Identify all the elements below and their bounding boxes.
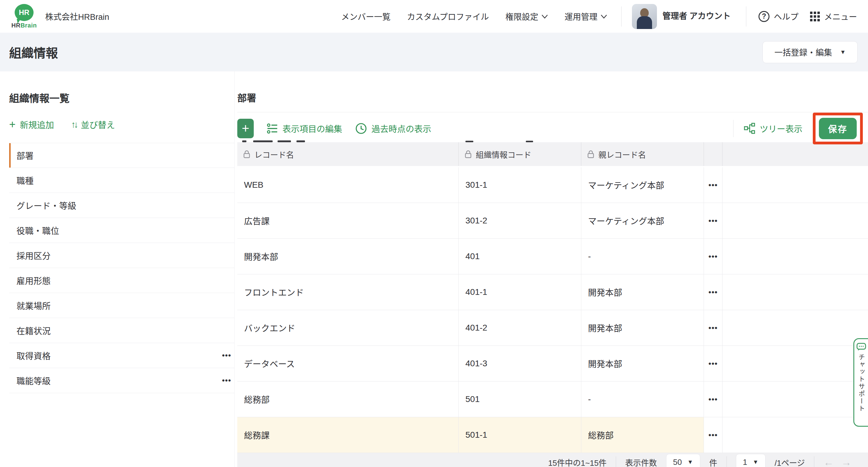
table-row[interactable]: フロントエンド 401-1 開発本部 •••	[237, 274, 868, 310]
tree-view-icon	[744, 123, 755, 134]
grid-menu-icon	[810, 11, 820, 21]
account-menu[interactable]: 管理者 アカウント	[632, 4, 736, 29]
table-row[interactable]: 総務部 501 - •••	[237, 382, 868, 417]
sidebar-list: 部署 職種 グレード・等級 役職・職位 採用区分 雇用形態 就業場所 在籍状況 …	[9, 143, 234, 393]
unit-label: 件	[709, 457, 717, 467]
main-panel: 部署 + 表示項目の編集	[235, 71, 868, 467]
header-divider	[746, 6, 746, 27]
records-table: レコード名 組織情報コード 親レコード名	[237, 140, 868, 453]
sidebar-item-grade[interactable]: グレード・等級	[9, 193, 234, 218]
prev-page-button[interactable]: ←	[824, 456, 834, 467]
past-view-button[interactable]: 過去時点の表示	[355, 122, 431, 135]
cell-org-code: 301-2	[459, 203, 581, 238]
save-button[interactable]: 保存	[819, 118, 857, 139]
row-more-options-icon[interactable]: •••	[709, 395, 718, 404]
cell-parent-record: 開発本部	[581, 274, 704, 310]
plus-icon: +	[242, 122, 249, 135]
bulk-register-edit-button[interactable]: 一括登録・編集 ▼	[763, 41, 858, 63]
table-row[interactable]: バックエンド 401-2 開発本部 •••	[237, 310, 868, 346]
record-range: 15件中の1~15件	[548, 457, 606, 467]
help-button[interactable]: ? ヘルプ	[758, 10, 799, 22]
help-icon: ?	[758, 11, 770, 22]
menu-button[interactable]: メニュー	[810, 10, 857, 22]
add-record-button[interactable]: +	[237, 119, 254, 138]
next-page-button[interactable]: →	[841, 456, 851, 467]
column-header-parent-record: 親レコード名	[581, 142, 704, 166]
row-more-options-icon[interactable]: •••	[709, 359, 718, 369]
toolbar-divider	[733, 120, 734, 137]
sidebar-item-shokushu[interactable]: 職種	[9, 168, 234, 193]
chat-support-tab[interactable]: チャットサポート	[854, 338, 868, 427]
sidebar-item-koyou[interactable]: 雇用形態	[9, 268, 234, 293]
page-select[interactable]: 1 ▼	[736, 454, 766, 467]
tree-view-button[interactable]: ツリー表示	[744, 122, 802, 135]
sidebar-item-shutoku[interactable]: 取得資格 •••	[9, 343, 234, 368]
sidebar-item-shokunou[interactable]: 職能等級 •••	[9, 368, 234, 393]
footer-divider	[814, 456, 814, 467]
hrbrain-logo-icon: HR	[14, 4, 34, 21]
cell-org-code: 301-1	[459, 167, 581, 203]
cell-org-code: 401-1	[459, 274, 581, 310]
row-more-options-icon[interactable]: •••	[709, 252, 718, 261]
nav-custom-profile[interactable]: カスタムプロファイル	[407, 10, 489, 22]
row-more-options-icon[interactable]: •••	[709, 216, 718, 226]
cell-parent-record: 開発本部	[581, 310, 704, 346]
column-header-actions	[704, 142, 722, 166]
cell-parent-record: -	[581, 239, 704, 274]
table-row-highlighted[interactable]: 総務課 501-1 総務部 •••	[237, 417, 868, 453]
sort-button[interactable]: ↑↓ 並び替え	[71, 118, 115, 130]
add-new-button[interactable]: + 新規追加	[9, 118, 54, 130]
hrbrain-logo[interactable]: HR HRBrain	[11, 4, 37, 29]
more-options-icon[interactable]: •••	[222, 376, 231, 385]
page-title-band: 組織情報 一括登録・編集 ▼	[0, 33, 868, 71]
logo-wordmark: HRBrain	[11, 22, 37, 29]
sidebar-item-shugyou[interactable]: 就業場所	[9, 293, 234, 318]
nav-operation-management[interactable]: 運用管理	[564, 10, 607, 22]
main-nav: メンバー一覧 カスタムプロファイル 権限設定 運用管理	[341, 10, 607, 22]
sidebar-item-saiyou[interactable]: 採用区分	[9, 243, 234, 268]
app-root: HR HRBrain 株式会社HRBrain メンバー一覧 カスタムプロファイル…	[0, 0, 868, 467]
footer-divider	[726, 456, 727, 467]
cell-org-code: 401	[459, 239, 581, 274]
table-row[interactable]: データベース 401-3 開発本部 •••	[237, 346, 868, 382]
table-row[interactable]: WEB 301-1 マーケティング本部 •••	[237, 167, 868, 203]
cell-org-code: 501	[459, 382, 581, 417]
plus-icon: +	[9, 119, 16, 130]
row-more-options-icon[interactable]: •••	[709, 430, 718, 440]
page-title: 組織情報	[9, 43, 58, 61]
lock-icon	[465, 150, 471, 158]
nav-permission-settings[interactable]: 権限設定	[505, 10, 548, 22]
table-row[interactable]: 広告課 301-2 マーケティング本部 •••	[237, 203, 868, 239]
cell-parent-record: 総務部	[581, 417, 704, 453]
cell-org-code: 401-2	[459, 310, 581, 346]
clock-icon	[355, 122, 367, 135]
table-row[interactable]: 開発本部 401 - •••	[237, 239, 868, 274]
cell-record-name: フロントエンド	[237, 274, 459, 310]
cell-record-name: 開発本部	[237, 239, 459, 274]
sort-arrows-icon: ↑↓	[71, 119, 76, 130]
per-page-select[interactable]: 50 ▼	[666, 454, 700, 467]
cell-record-name: 広告課	[237, 203, 459, 238]
sidebar-item-busho[interactable]: 部署	[9, 143, 234, 168]
chat-support-label: チャットサポート	[857, 354, 866, 412]
row-more-options-icon[interactable]: •••	[709, 180, 718, 190]
page-total: /1ページ	[775, 457, 805, 467]
logo-bubble-text: HR	[19, 8, 30, 17]
cell-record-name: WEB	[237, 167, 459, 203]
clipped-row-fragments	[237, 140, 868, 142]
column-header-org-code: 組織情報コード	[459, 142, 581, 166]
column-header-record-name: レコード名	[237, 142, 459, 166]
more-options-icon[interactable]: •••	[222, 351, 231, 360]
sidebar-item-zaiseki[interactable]: 在籍状況	[9, 318, 234, 343]
cell-record-name: バックエンド	[237, 310, 459, 346]
cell-record-name: データベース	[237, 346, 459, 381]
table-footer: 15件中の1~15件 表示件数 50 ▼ 件 1 ▼ /1ページ ← →	[237, 453, 868, 467]
chat-bubble-icon	[857, 343, 866, 351]
row-more-options-icon[interactable]: •••	[709, 288, 718, 297]
nav-member-list[interactable]: メンバー一覧	[341, 10, 391, 22]
row-more-options-icon[interactable]: •••	[709, 323, 718, 333]
caret-down-icon: ▼	[753, 459, 758, 465]
sidebar-item-yakushoku[interactable]: 役職・職位	[9, 218, 234, 243]
list-settings-icon	[267, 123, 278, 134]
edit-columns-button[interactable]: 表示項目の編集	[267, 122, 342, 135]
